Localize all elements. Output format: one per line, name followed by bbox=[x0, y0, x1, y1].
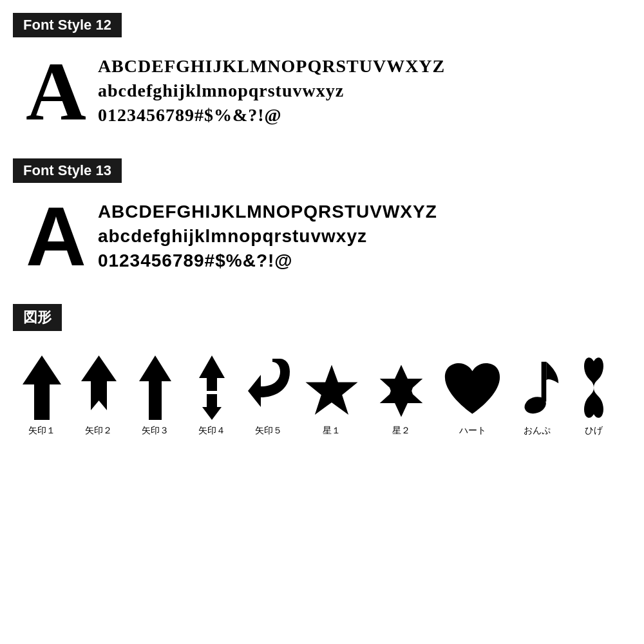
shapes-grid: 矢印１ 矢印２ 矢印３ bbox=[13, 343, 631, 443]
font-style-13-lowercase: abcdefghijklmnopqrstuvwxyz bbox=[98, 224, 437, 249]
font-style-12-big-letter: A bbox=[26, 49, 86, 133]
arrow3-icon bbox=[139, 355, 171, 420]
shape-item-mustache: ひげ bbox=[571, 355, 616, 437]
shape-item-note: おんぷ bbox=[515, 359, 560, 437]
svg-marker-5 bbox=[306, 365, 358, 415]
font-style-13-section: Font Style 13 A ABCDEFGHIJKLMNOPQRSTUVWX… bbox=[13, 158, 631, 278]
font-style-13-uppercase: ABCDEFGHIJKLMNOPQRSTUVWXYZ bbox=[98, 200, 437, 224]
arrow2-label: 矢印２ bbox=[85, 425, 112, 437]
heart-label: ハート bbox=[459, 425, 486, 437]
heart-icon bbox=[442, 362, 503, 420]
font-style-12-numbers: 0123456789#$%&?!@ bbox=[98, 103, 445, 128]
font-style-13-display: A ABCDEFGHIJKLMNOPQRSTUVWXYZ abcdefghijk… bbox=[13, 194, 631, 278]
shape-item-arrow4: 矢印４ bbox=[189, 355, 234, 437]
arrow2-icon bbox=[81, 355, 117, 420]
arrow5-icon bbox=[248, 355, 290, 420]
star1-icon bbox=[303, 362, 361, 420]
font-style-12-lowercase: abcdefghijklmnopqrstuvwxyz bbox=[98, 79, 445, 103]
shape-item-arrow1: 矢印１ bbox=[19, 355, 64, 437]
font-style-13-chars: ABCDEFGHIJKLMNOPQRSTUVWXYZ abcdefghijklm… bbox=[98, 194, 437, 272]
font-style-12-header: Font Style 12 bbox=[13, 13, 122, 37]
shape-item-arrow2: 矢印２ bbox=[76, 355, 121, 437]
font-style-13-numbers: 0123456789#$%&?!@ bbox=[98, 249, 437, 273]
font-style-12-chars: ABCDEFGHIJKLMNOPQRSTUVWXYZ abcdefghijklm… bbox=[98, 49, 445, 127]
shape-item-arrow3: 矢印３ bbox=[133, 355, 178, 437]
arrow4-label: 矢印４ bbox=[198, 425, 225, 437]
star2-icon bbox=[372, 362, 430, 420]
arrow5-label: 矢印５ bbox=[255, 425, 282, 437]
shapes-section: 図形 矢印１ 矢印２ bbox=[13, 304, 631, 443]
font-style-12-uppercase: ABCDEFGHIJKLMNOPQRSTUVWXYZ bbox=[98, 54, 445, 79]
svg-marker-4 bbox=[202, 394, 222, 420]
svg-marker-0 bbox=[23, 355, 61, 420]
note-icon bbox=[515, 359, 560, 420]
note-label: おんぷ bbox=[524, 425, 551, 437]
mustache-label: ひげ bbox=[585, 425, 603, 437]
shapes-header: 図形 bbox=[13, 304, 62, 331]
shape-item-arrow5: 矢印５ bbox=[246, 355, 291, 437]
font-style-13-big-letter: A bbox=[26, 194, 86, 278]
arrow3-label: 矢印３ bbox=[142, 425, 169, 437]
svg-marker-1 bbox=[81, 355, 117, 410]
star1-label: 星１ bbox=[323, 425, 341, 437]
mustache-icon bbox=[581, 355, 607, 420]
shape-item-heart: ハート bbox=[442, 362, 503, 437]
arrow4-icon bbox=[199, 355, 225, 420]
svg-marker-2 bbox=[139, 355, 171, 420]
shape-item-star2: 星２ bbox=[372, 362, 430, 437]
svg-marker-3 bbox=[199, 355, 225, 391]
font-style-12-section: Font Style 12 A ABCDEFGHIJKLMNOPQRSTUVWX… bbox=[13, 13, 631, 133]
arrow1-label: 矢印１ bbox=[28, 425, 55, 437]
font-style-12-display: A ABCDEFGHIJKLMNOPQRSTUVWXYZ abcdefghijk… bbox=[13, 49, 631, 133]
shape-item-star1: 星１ bbox=[303, 362, 361, 437]
svg-rect-8 bbox=[542, 362, 547, 402]
page: Font Style 12 A ABCDEFGHIJKLMNOPQRSTUVWX… bbox=[0, 0, 644, 456]
star2-label: 星２ bbox=[392, 425, 410, 437]
arrow1-icon bbox=[23, 355, 61, 420]
font-style-13-header: Font Style 13 bbox=[13, 158, 122, 183]
